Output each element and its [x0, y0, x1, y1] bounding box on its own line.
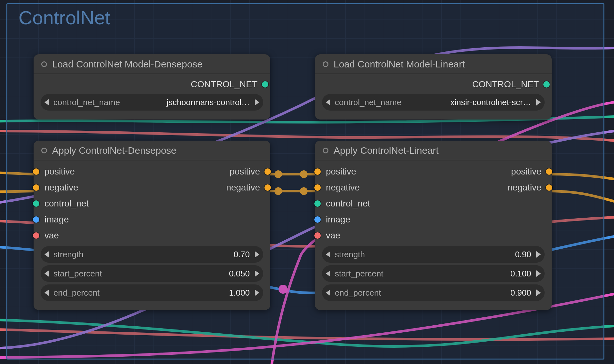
- widget-strength[interactable]: strength 0.90: [322, 246, 545, 263]
- port-icon[interactable]: [314, 168, 321, 175]
- port-icon[interactable]: [314, 184, 321, 191]
- row-negative: negative negative: [315, 180, 552, 196]
- input-positive-label: positive: [326, 167, 356, 177]
- port-icon[interactable]: [33, 200, 39, 207]
- widget-strength[interactable]: strength 0.70: [41, 246, 263, 263]
- widget-start-percent[interactable]: start_percent 0.100: [322, 265, 545, 282]
- port-icon[interactable]: [314, 200, 321, 207]
- output-control-net[interactable]: CONTROL_NET: [34, 77, 270, 91]
- chevron-left-icon[interactable]: [326, 270, 330, 277]
- widget-end-percent[interactable]: end_percent 0.900: [322, 284, 545, 301]
- chevron-right-icon[interactable]: [536, 251, 541, 258]
- widget-value: xinsir-controlnet-scr…: [450, 97, 531, 107]
- output-positive-label: positive: [230, 167, 260, 177]
- collapse-icon[interactable]: [323, 148, 328, 153]
- node-header[interactable]: Apply ControlNet-Densepose: [34, 141, 270, 160]
- row-positive: positive positive: [315, 164, 552, 180]
- output-negative-label: negative: [226, 182, 260, 193]
- chevron-right-icon[interactable]: [255, 290, 259, 296]
- output-label: CONTROL_NET: [191, 79, 257, 89]
- chevron-left-icon[interactable]: [44, 270, 49, 277]
- widget-label: start_percent: [53, 269, 102, 279]
- input-label: control_net: [326, 198, 370, 209]
- node-title: Apply ControlNet-Lineart: [334, 145, 439, 156]
- output-control-net[interactable]: CONTROL_NET: [315, 77, 552, 91]
- port-icon[interactable]: [314, 232, 321, 239]
- collapse-icon[interactable]: [41, 148, 47, 153]
- port-icon[interactable]: [546, 184, 552, 191]
- input-negative-label: negative: [326, 182, 360, 193]
- widget-label: end_percent: [335, 288, 381, 298]
- collapse-icon[interactable]: [41, 61, 47, 67]
- widget-label: control_net_name: [53, 97, 120, 107]
- widget-control-net-name[interactable]: control_net_name xinsir-controlnet-scr…: [322, 94, 545, 111]
- port-icon[interactable]: [543, 81, 550, 88]
- node-title: Apply ControlNet-Densepose: [52, 145, 177, 156]
- node-header[interactable]: Apply ControlNet-Lineart: [315, 141, 552, 160]
- port-icon[interactable]: [264, 184, 271, 191]
- port-icon[interactable]: [33, 168, 39, 175]
- group-title: ControlNet: [19, 7, 110, 29]
- output-label: CONTROL_NET: [472, 79, 539, 89]
- widget-value: 0.90: [515, 250, 531, 259]
- chevron-right-icon[interactable]: [536, 99, 541, 105]
- chevron-left-icon[interactable]: [326, 99, 330, 105]
- widget-value: 0.70: [233, 250, 250, 259]
- input-label: image: [326, 214, 350, 225]
- widget-label: strength: [335, 250, 365, 259]
- node-apply-controlnet-lineart[interactable]: Apply ControlNet-Lineart positive positi…: [315, 141, 552, 310]
- node-header[interactable]: Load ControlNet Model-Densepose: [34, 54, 270, 74]
- input-control-net[interactable]: control_net: [34, 196, 270, 212]
- input-label: control_net: [44, 198, 89, 209]
- widget-value: 0.900: [510, 288, 531, 298]
- collapse-icon[interactable]: [323, 61, 328, 67]
- chevron-left-icon[interactable]: [44, 99, 49, 105]
- port-icon[interactable]: [262, 81, 268, 88]
- input-label: vae: [44, 230, 59, 241]
- node-title: Load ControlNet Model-Densepose: [52, 59, 202, 70]
- widget-end-percent[interactable]: end_percent 1.000: [41, 284, 263, 301]
- widget-value: 0.100: [510, 269, 531, 279]
- widget-label: end_percent: [53, 288, 100, 298]
- widget-label: strength: [53, 250, 83, 259]
- node-apply-controlnet-densepose[interactable]: Apply ControlNet-Densepose positive posi…: [34, 141, 270, 310]
- node-title: Load ControlNet Model-Lineart: [334, 59, 465, 70]
- port-icon[interactable]: [264, 168, 271, 175]
- port-icon[interactable]: [33, 216, 39, 223]
- input-control-net[interactable]: control_net: [315, 196, 552, 212]
- port-icon[interactable]: [33, 232, 39, 239]
- widget-label: control_net_name: [335, 97, 401, 107]
- row-positive: positive positive: [34, 164, 270, 180]
- widget-value: 1.000: [229, 288, 250, 298]
- chevron-right-icon[interactable]: [255, 99, 259, 105]
- port-icon[interactable]: [33, 184, 39, 191]
- chevron-left-icon[interactable]: [326, 290, 330, 296]
- widget-start-percent[interactable]: start_percent 0.050: [41, 265, 263, 282]
- input-image[interactable]: image: [315, 212, 552, 228]
- chevron-right-icon[interactable]: [255, 251, 259, 258]
- port-icon[interactable]: [546, 168, 552, 175]
- widget-value: jschoormans-control…: [167, 97, 250, 107]
- chevron-left-icon[interactable]: [44, 251, 49, 258]
- chevron-right-icon[interactable]: [255, 270, 259, 277]
- input-vae[interactable]: vae: [34, 228, 270, 244]
- chevron-left-icon[interactable]: [44, 290, 49, 296]
- node-load-controlnet-densepose[interactable]: Load ControlNet Model-Densepose CONTROL_…: [34, 54, 270, 120]
- input-negative-label: negative: [44, 182, 78, 193]
- widget-label: start_percent: [335, 269, 383, 279]
- widget-value: 0.050: [229, 269, 250, 279]
- widget-control-net-name[interactable]: control_net_name jschoormans-control…: [41, 94, 263, 111]
- input-label: image: [44, 214, 69, 225]
- chevron-right-icon[interactable]: [536, 270, 541, 277]
- input-label: vae: [326, 230, 340, 241]
- port-icon[interactable]: [314, 216, 321, 223]
- output-positive-label: positive: [511, 167, 541, 177]
- chevron-left-icon[interactable]: [326, 251, 330, 258]
- node-header[interactable]: Load ControlNet Model-Lineart: [315, 54, 552, 74]
- input-image[interactable]: image: [34, 212, 270, 228]
- input-vae[interactable]: vae: [315, 228, 552, 244]
- input-positive-label: positive: [44, 167, 75, 177]
- row-negative: negative negative: [34, 180, 270, 196]
- chevron-right-icon[interactable]: [536, 290, 541, 296]
- node-load-controlnet-lineart[interactable]: Load ControlNet Model-Lineart CONTROL_NE…: [315, 54, 552, 120]
